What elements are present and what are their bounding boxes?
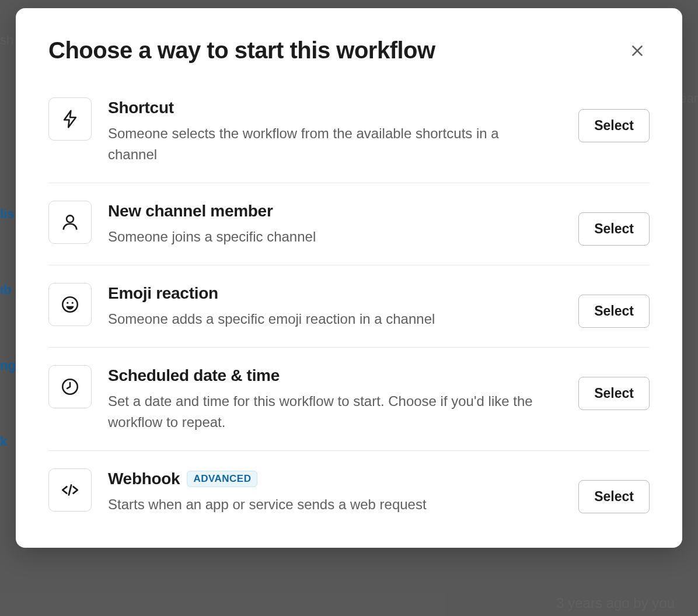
trigger-text: Webhook ADVANCED Starts when an app or s…	[108, 468, 562, 515]
trigger-icon-box	[48, 97, 92, 141]
close-icon	[630, 43, 645, 58]
svg-point-5	[72, 302, 74, 304]
trigger-title: Scheduled date & time	[108, 366, 280, 385]
select-button-scheduled[interactable]: Select	[578, 377, 650, 410]
trigger-description: Someone selects the workflow from the av…	[108, 123, 550, 165]
trigger-icon-box	[48, 468, 92, 512]
trigger-icon-box	[48, 201, 92, 244]
trigger-description: Set a date and time for this workflow to…	[108, 391, 550, 433]
modal-header: Choose a way to start this workflow	[48, 37, 650, 64]
modal-title: Choose a way to start this workflow	[48, 37, 435, 64]
trigger-text: Emoji reaction Someone adds a specific e…	[108, 283, 562, 330]
trigger-icon-box	[48, 365, 92, 408]
trigger-option-shortcut: Shortcut Someone selects the workflow fr…	[48, 97, 650, 183]
trigger-text: Shortcut Someone selects the workflow fr…	[108, 97, 562, 165]
svg-point-4	[67, 302, 68, 304]
trigger-option-emoji-reaction: Emoji reaction Someone adds a specific e…	[48, 265, 650, 348]
trigger-description: Starts when an app or service sends a we…	[108, 494, 550, 515]
select-button-webhook[interactable]: Select	[578, 480, 650, 513]
svg-line-7	[69, 485, 71, 495]
select-button-emoji-reaction[interactable]: Select	[578, 295, 650, 328]
workflow-trigger-modal: Choose a way to start this workflow Shor…	[16, 8, 682, 548]
select-button-new-channel-member[interactable]: Select	[578, 212, 650, 246]
smiley-icon	[60, 295, 80, 314]
trigger-title: Webhook	[108, 470, 180, 488]
lightning-icon	[60, 109, 80, 129]
trigger-description: Someone joins a specific channel	[108, 226, 550, 247]
trigger-title: New channel member	[108, 202, 273, 220]
trigger-text: Scheduled date & time Set a date and tim…	[108, 365, 562, 433]
trigger-option-new-channel-member: New channel member Someone joins a speci…	[48, 183, 650, 265]
svg-point-2	[67, 215, 74, 222]
select-button-shortcut[interactable]: Select	[578, 109, 650, 142]
trigger-title: Shortcut	[108, 99, 174, 117]
trigger-option-webhook: Webhook ADVANCED Starts when an app or s…	[48, 451, 650, 515]
code-icon	[60, 480, 80, 500]
person-icon	[60, 212, 80, 232]
background-footer-text: 3 years ago by you	[556, 595, 675, 611]
close-button[interactable]	[625, 38, 650, 63]
trigger-title: Emoji reaction	[108, 284, 218, 303]
trigger-option-scheduled: Scheduled date & time Set a date and tim…	[48, 348, 650, 451]
trigger-list: Shortcut Someone selects the workflow fr…	[48, 97, 650, 515]
svg-point-3	[62, 297, 78, 312]
advanced-badge: ADVANCED	[187, 471, 257, 487]
trigger-icon-box	[48, 283, 92, 326]
clock-icon	[60, 377, 80, 397]
trigger-text: New channel member Someone joins a speci…	[108, 201, 562, 247]
trigger-description: Someone adds a specific emoji reaction i…	[108, 309, 550, 330]
